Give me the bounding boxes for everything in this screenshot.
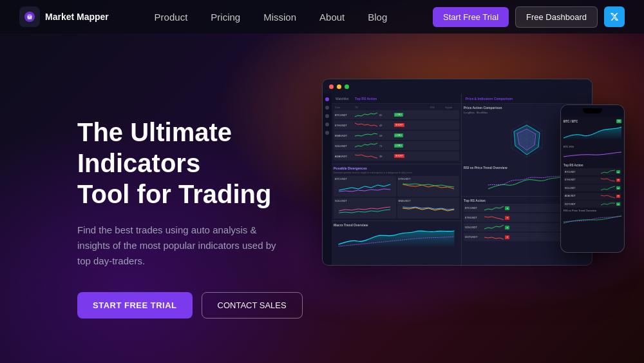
twitter-button[interactable] [604,6,625,27]
divergences-section: Possible Divergences Detected symbols th… [332,164,461,221]
hero-sales-button[interactable]: CONTACT SALES [202,292,303,319]
nav-about[interactable]: About [319,12,345,23]
nav-links: Product Pricing Mission About Blog [155,12,388,23]
hero-content: The Ultimate Indicators Tool for Trading… [77,104,322,319]
phone-topbar [561,105,624,117]
svg-text:M: M [28,15,32,21]
hero-title: The Ultimate Indicators Tool for Trading [77,117,322,210]
hero-subtitle: Find the best trades using auto analysis… [77,222,283,269]
divergence-row: ETHUSDT [397,176,460,197]
phone-notch [583,108,602,113]
sidebar-icon [325,131,329,135]
phone-rsi-section: BTC RSI [564,145,621,161]
phone-top-rs: Top RS Action BTCUSDT ▲ ETHUSDT ▼ S [564,164,621,208]
dot-green [345,84,349,89]
sidebar-mini [323,93,332,265]
watchlist-row: BNBUSDT 58 LONG [334,131,459,140]
main-screen: Watchlist Top RS Action Coin 7D RSI Sign… [322,79,592,266]
divergences-title: Possible Divergences [334,166,459,170]
main-content-left: Watchlist Top RS Action Coin 7D RSI Sign… [332,93,462,265]
content-topbar: Watchlist Top RS Action [332,93,461,104]
phone-rs-row: SOLUSDT ▲ [564,184,621,191]
phone-content: BTC / BTC 94 [561,117,624,231]
macro-trend-section: Macro Trend Overview [332,221,461,252]
sidebar-icon [325,114,329,118]
phone-rs-row: DOTUSDT ▲ [564,201,621,208]
watchlist-row: ETHUSDT 42 SHORT [334,121,459,130]
sidebar-icon [325,123,329,126]
hero-trial-button[interactable]: START FREE TRIAL [77,292,193,319]
hero-visual: Watchlist Top RS Action Coin 7D RSI Sign… [322,59,625,363]
dashboard-mockup: Watchlist Top RS Action Coin 7D RSI Sign… [322,79,625,285]
sidebar-icon [325,106,329,110]
dot-red [329,84,334,89]
nav-mission[interactable]: Mission [263,12,296,23]
nav-product[interactable]: Product [155,12,188,23]
macro-trend-title: Macro Trend Overview [334,223,459,227]
phone-rsi-trend: RSI vs Price Trend Overview [564,209,621,228]
hero-section: The Ultimate Indicators Tool for Trading… [0,34,644,363]
phone-rs-row: BTCUSDT ▲ [564,168,621,175]
nav-blog[interactable]: Blog [368,12,387,23]
dot-yellow [337,84,341,89]
watchlist-row: SOLUSDT 71 LONG [334,141,459,150]
hero-buttons: START FREE TRIAL CONTACT SALES [77,292,322,319]
right-panel-topbar: Price & Indicators Comparison [462,93,592,104]
logo[interactable]: M Market Mapper [19,6,109,27]
divergence-row: BNBUSDT [397,198,460,219]
watchlist-area: Coin 7D RSI Signal BTCUSDT 65 LONG [332,104,461,164]
screen-topbar [323,79,592,93]
brand-name: Market Mapper [45,12,109,23]
sidebar-icon [325,97,329,101]
divergence-row: BTCUSDT [334,176,396,197]
phone-rs-row: ADAUSDT ▼ [564,193,621,200]
phone-rs-row: ETHUSDT ▼ [564,177,621,184]
logo-icon: M [19,6,40,27]
free-dashboard-button[interactable]: Free Dashboard [515,6,598,28]
watchlist-row: BTCUSDT 65 LONG [334,110,459,119]
watchlist-row: ADAUSDT 38 SHORT [334,152,459,161]
nav-actions: Start Free Trial Free Dashboard [433,6,625,28]
navbar: M Market Mapper Product Pricing Mission … [0,0,644,34]
nav-pricing[interactable]: Pricing [211,12,240,23]
phone-screen: BTC / BTC 94 [560,104,625,253]
start-trial-button[interactable]: Start Free Trial [433,7,509,27]
phone-btc-section: BTC / BTC 94 [564,119,621,142]
divergence-row: SOLUSDT [334,198,396,219]
